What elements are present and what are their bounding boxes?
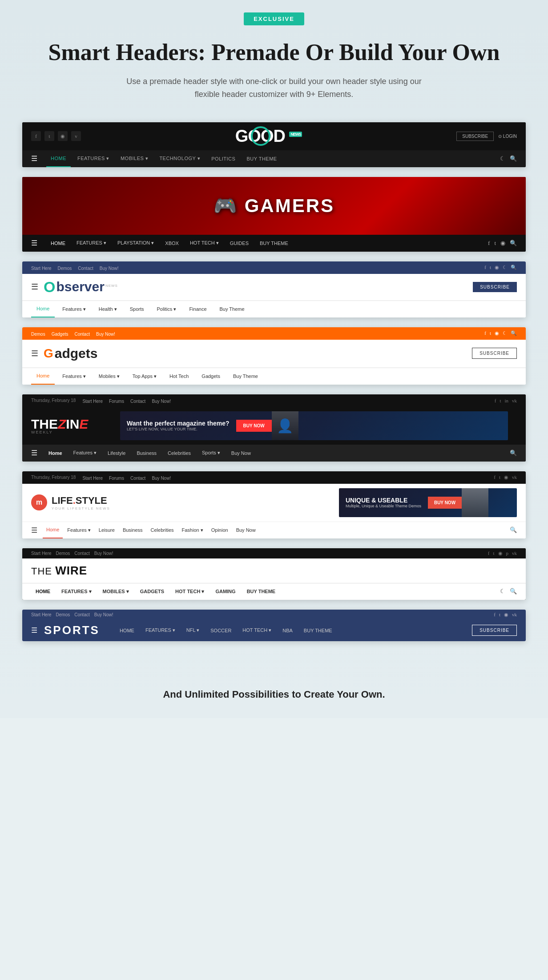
demo5-tw-icon[interactable]: t <box>500 398 501 403</box>
demo4-nav-features[interactable]: Features ▾ <box>57 368 91 385</box>
demo6-tw-icon[interactable]: t <box>499 474 500 480</box>
demo7-moon-icon[interactable]: ☾ <box>500 588 505 595</box>
demo3-nav-finance[interactable]: Finance <box>184 301 212 317</box>
demo7-nav-buy-theme[interactable]: BUY THEME <box>242 583 280 600</box>
demo1-nav-mobiles[interactable]: MOBILES ▾ <box>116 150 153 167</box>
demo6-nav-features[interactable]: Features ▾ <box>64 522 94 538</box>
demo1-login-button[interactable]: ⊙ LOGIN <box>498 134 517 139</box>
demo2-nav-guides[interactable]: GUIDES <box>226 235 253 252</box>
demo8-nav-nfl[interactable]: NFL ▾ <box>182 620 204 641</box>
demo5-vk-icon[interactable]: vk <box>512 398 517 403</box>
demo2-nav-xbox[interactable]: XBOX <box>161 235 183 252</box>
demo6-hamburger-icon[interactable]: ☰ <box>31 526 37 534</box>
demo8-vk-icon[interactable]: vk <box>512 612 517 618</box>
demo8-hamburger-icon[interactable]: ☰ <box>31 626 37 635</box>
demo6-fb-icon[interactable]: f <box>494 474 496 480</box>
demo8-contact-link[interactable]: Contact <box>74 612 89 617</box>
demo2-nav-features[interactable]: FEATURES ▾ <box>72 235 111 252</box>
demo5-nav-home[interactable]: Home <box>44 445 67 462</box>
demo4-ig-icon[interactable]: ◉ <box>495 330 499 336</box>
demo3-hamburger-icon[interactable]: ☰ <box>31 282 38 292</box>
demo6-nav-celebrities[interactable]: Celebrities <box>147 522 177 538</box>
demo3-fb-icon[interactable]: f <box>484 265 486 270</box>
demo1-twitter-link[interactable]: t <box>44 131 54 141</box>
demo1-subscribe-button[interactable]: SUBSCRIBE <box>456 132 494 141</box>
demo1-instagram-link[interactable]: ◉ <box>58 131 68 141</box>
demo3-nav-buy-theme[interactable]: Buy Theme <box>214 301 250 317</box>
demo6-nav-leisure[interactable]: Leisure <box>95 522 118 538</box>
demo8-subscribe-button[interactable]: SUBSCRIBE <box>472 625 517 636</box>
demo8-nav-nba[interactable]: NBA <box>278 620 297 641</box>
demo2-nav-playstation[interactable]: PLAYSTATION ▾ <box>113 235 158 252</box>
demo7-nav-hot-tech[interactable]: HOT TECH ▾ <box>171 583 209 600</box>
demo5-fb-icon[interactable]: f <box>495 398 496 403</box>
demo5-hamburger-icon[interactable]: ☰ <box>31 449 37 457</box>
demo5-nav-celebrities[interactable]: Celebrities <box>163 445 195 462</box>
demo4-gadgets-link[interactable]: Gadgets <box>52 332 68 337</box>
demo2-instagram-icon[interactable]: ◉ <box>500 240 505 247</box>
demo5-search-icon[interactable]: 🔍 <box>510 450 517 457</box>
demo4-demos-link[interactable]: Demos <box>31 332 45 337</box>
demo6-buy-link[interactable]: Buy Now! <box>152 476 171 481</box>
demo4-contact-link[interactable]: Contact <box>75 332 90 337</box>
demo5-nav-lifestyle[interactable]: Lifestyle <box>103 445 130 462</box>
demo1-search-icon[interactable]: 🔍 <box>510 155 517 162</box>
demo2-nav-buy-theme[interactable]: BUY THEME <box>255 235 293 252</box>
demo5-start-here-link[interactable]: Start Here <box>82 399 103 404</box>
demo4-nav-mobiles[interactable]: Mobiles ▾ <box>93 368 125 385</box>
demo3-ig-icon[interactable]: ◉ <box>495 265 499 270</box>
demo3-search-icon[interactable]: 🔍 <box>511 265 517 270</box>
demo4-nav-hot-tech[interactable]: Hot Tech <box>164 368 194 385</box>
demo1-nav-technology[interactable]: TECHNOLOGY ▾ <box>155 150 205 167</box>
demo2-hamburger-icon[interactable]: ☰ <box>31 239 37 247</box>
demo5-in-icon[interactable]: in <box>504 398 508 403</box>
demo3-nav-health[interactable]: Health ▾ <box>93 301 122 317</box>
demo8-nav-soccer[interactable]: SOCCER <box>206 620 236 641</box>
demo4-nav-top-apps[interactable]: Top Apps ▾ <box>127 368 162 385</box>
demo6-nav-business[interactable]: Business <box>119 522 146 538</box>
demo8-tw-icon[interactable]: t <box>499 612 500 618</box>
demo5-forums-link[interactable]: Forums <box>109 399 124 404</box>
demo7-start-here-link[interactable]: Start Here <box>31 551 52 556</box>
demo7-vk-icon[interactable]: vk <box>512 550 517 556</box>
demo2-facebook-icon[interactable]: f <box>488 240 490 247</box>
demo7-search-icon[interactable]: 🔍 <box>510 588 517 595</box>
demo4-fb-icon[interactable]: f <box>484 330 486 336</box>
demo3-subscribe-button[interactable]: SUBSCRIBE <box>473 282 517 292</box>
demo7-nav-home[interactable]: HOME <box>31 583 55 600</box>
demo7-nav-features[interactable]: FEATURES ▾ <box>57 583 96 600</box>
demo6-buy-button[interactable]: BUY NOW <box>428 497 462 509</box>
demo8-ig-icon[interactable]: ◉ <box>504 612 508 618</box>
demo8-nav-buy-theme[interactable]: BUY THEME <box>299 620 337 641</box>
demo1-nav-politics[interactable]: POLITICS <box>207 150 240 167</box>
demo2-search-icon[interactable]: 🔍 <box>510 240 517 247</box>
demo8-nav-hot-tech[interactable]: HOT TECH ▾ <box>238 620 276 641</box>
demo8-demos-link[interactable]: Demos <box>56 612 70 617</box>
demo5-buy-link[interactable]: Buy Now! <box>152 399 171 404</box>
demo4-buy-link[interactable]: Buy Now! <box>96 332 115 337</box>
demo3-contact-link[interactable]: Contact <box>78 266 93 271</box>
demo2-nav-home[interactable]: HOME <box>46 235 70 252</box>
demo7-nav-gaming[interactable]: GAMING <box>211 583 240 600</box>
demo4-nav-gadgets[interactable]: Gadgets <box>196 368 226 385</box>
demo3-tw-icon[interactable]: t <box>490 265 491 270</box>
demo6-contact-link[interactable]: Contact <box>130 476 145 481</box>
demo7-tw-icon[interactable]: t <box>493 550 494 556</box>
demo6-ig-icon[interactable]: ◉ <box>504 474 508 480</box>
demo6-nav-fashion[interactable]: Fashion ▾ <box>178 522 207 538</box>
demo1-nav-features[interactable]: FEATURES ▾ <box>73 150 114 167</box>
demo5-nav-sports[interactable]: Sports ▾ <box>197 445 225 462</box>
demo8-fb-icon[interactable]: f <box>494 612 496 618</box>
demo3-nav-politics[interactable]: Politics ▾ <box>151 301 181 317</box>
demo8-nav-home[interactable]: HOME <box>115 620 139 641</box>
demo7-buy-link[interactable]: Buy Now! <box>94 551 113 556</box>
demo7-fb-icon[interactable]: f <box>488 550 490 556</box>
demo1-moon-icon[interactable]: ☾ <box>500 155 505 162</box>
demo6-nav-buy-now[interactable]: Buy Now <box>233 522 259 538</box>
demo8-buy-link[interactable]: Buy Now! <box>94 612 113 617</box>
demo3-nav-home[interactable]: Home <box>31 301 55 317</box>
demo8-nav-features[interactable]: FEATURES ▾ <box>141 620 180 641</box>
demo4-nav-buy-theme[interactable]: Buy Theme <box>228 368 263 385</box>
demo4-tw-icon[interactable]: t <box>490 330 491 336</box>
demo1-facebook-link[interactable]: f <box>31 131 41 141</box>
